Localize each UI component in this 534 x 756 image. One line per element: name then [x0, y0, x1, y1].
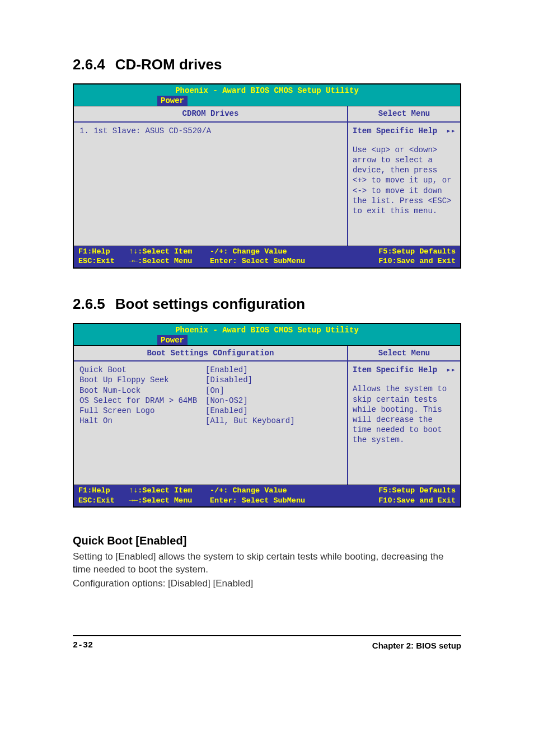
setting-value: [On]	[205, 386, 341, 396]
setting-value: [Non-OS2]	[205, 396, 341, 406]
bios-help-pane: Item Specific Help▸▸ Use <up> or <down> …	[348, 123, 460, 246]
bios-body: Boot Settings COnfiguration Quick Boot[E…	[74, 345, 460, 485]
bios-item-row: 1. 1st Slave: ASUS CD-S520/A	[79, 126, 341, 136]
subsection-heading: Quick Boot [Enabled]	[73, 534, 461, 547]
bios-app-title: Phoenix - Award BIOS CMOS Setup Utility	[74, 84, 460, 96]
bios-screenshot-cdrom: Phoenix - Award BIOS CMOS Setup Utility …	[73, 83, 461, 269]
bios-screenshot-boot-settings: Phoenix - Award BIOS CMOS Setup Utility …	[73, 323, 461, 508]
footer-col4: F5:Setup Defaults F10:Save and Exit	[378, 247, 456, 266]
bios-left-content: Quick Boot[Enabled] Boot Up Floppy Seek[…	[74, 361, 347, 485]
bios-left-content: 1. 1st Slave: ASUS CD-S520/A	[74, 123, 347, 246]
setting-label: Halt On	[79, 416, 205, 426]
bios-left-pane: CDROM Drives 1. 1st Slave: ASUS CD-S520/…	[74, 106, 348, 245]
bios-left-header: CDROM Drives	[74, 106, 347, 122]
footer-col1: F1:Help ESC:Exit	[78, 247, 129, 266]
bios-body: CDROM Drives 1. 1st Slave: ASUS CD-S520/…	[74, 106, 460, 245]
section-title-text: CD-ROM drives	[115, 56, 222, 73]
bios-left-header: Boot Settings COnfiguration	[74, 346, 347, 361]
footer-col2: ↑↓:Select Item →←:Select Menu	[129, 247, 210, 266]
setting-row: Halt On[All, But Keyboard]	[79, 416, 341, 426]
setting-row: Boot Num-Lock[On]	[79, 386, 341, 396]
setting-value: [Disabled]	[205, 375, 341, 385]
bios-footer: F1:Help ESC:Exit ↑↓:Select Item →←:Selec…	[74, 485, 460, 506]
footer-col2: ↑↓:Select Item →←:Select Menu	[129, 486, 210, 505]
bios-app-title: Phoenix - Award BIOS CMOS Setup Utility	[74, 324, 460, 335]
section-heading-265: 2.6.5Boot settings configuration	[73, 295, 461, 313]
bios-active-tab: Power	[155, 96, 190, 106]
setting-label: OS Select for DRAM > 64MB	[79, 396, 205, 406]
footer-col3: -/+: Change Value Enter: Select SubMenu	[210, 247, 378, 266]
bios-active-tab: Power	[155, 335, 190, 345]
section-number: 2.6.4	[73, 56, 105, 73]
bios-header: Phoenix - Award BIOS CMOS Setup Utility …	[74, 84, 460, 106]
bios-right-header: Select Menu	[348, 346, 460, 361]
body-paragraph: Setting to [Enabled] allows the system t…	[73, 551, 461, 576]
bios-left-pane: Boot Settings COnfiguration Quick Boot[E…	[74, 346, 348, 485]
setting-label: Full Screen Logo	[79, 406, 205, 416]
setting-label: Boot Up Floppy Seek	[79, 375, 205, 385]
fast-forward-icon: ▸▸	[446, 126, 456, 136]
bios-help-body: Use <up> or <down> arrow to select a dev…	[353, 145, 456, 216]
body-paragraph: Configuration options: [Disabled] [Enabl…	[73, 577, 461, 590]
section-title-text: Boot settings configuration	[115, 295, 305, 312]
setting-row: Quick Boot[Enabled]	[79, 365, 341, 375]
section-number: 2.6.5	[73, 295, 105, 312]
setting-value: [Enabled]	[205, 365, 341, 375]
setting-label: Boot Num-Lock	[79, 386, 205, 396]
bios-help-title: Item Specific Help▸▸	[353, 365, 456, 375]
setting-value: [Enabled]	[205, 406, 341, 416]
setting-value: [All, But Keyboard]	[205, 416, 341, 426]
bios-right-pane: Select Menu Item Specific Help▸▸ Allows …	[348, 346, 460, 485]
bios-right-pane: Select Menu Item Specific Help▸▸ Use <up…	[348, 106, 460, 245]
setting-row: Boot Up Floppy Seek[Disabled]	[79, 375, 341, 385]
bios-right-header: Select Menu	[348, 106, 460, 122]
bios-footer: F1:Help ESC:Exit ↑↓:Select Item →←:Selec…	[74, 246, 460, 267]
chapter-label: Chapter 2: BIOS setup	[372, 641, 461, 650]
page-number: 2-32	[73, 641, 93, 650]
bios-help-title: Item Specific Help▸▸	[353, 126, 456, 136]
section-heading-264: 2.6.4CD-ROM drives	[73, 56, 461, 73]
footer-col1: F1:Help ESC:Exit	[78, 486, 129, 505]
setting-row: Full Screen Logo[Enabled]	[79, 406, 341, 416]
page-footer: 2-32 Chapter 2: BIOS setup	[73, 635, 461, 650]
bios-header: Phoenix - Award BIOS CMOS Setup Utility …	[74, 324, 460, 345]
bios-help-pane: Item Specific Help▸▸ Allows the system t…	[348, 361, 460, 485]
setting-row: OS Select for DRAM > 64MB[Non-OS2]	[79, 396, 341, 406]
fast-forward-icon: ▸▸	[446, 365, 456, 375]
setting-label: Quick Boot	[79, 365, 205, 375]
footer-col3: -/+: Change Value Enter: Select SubMenu	[210, 486, 378, 505]
bios-help-body: Allows the system to skip certain tests …	[353, 384, 456, 445]
footer-col4: F5:Setup Defaults F10:Save and Exit	[378, 486, 456, 505]
